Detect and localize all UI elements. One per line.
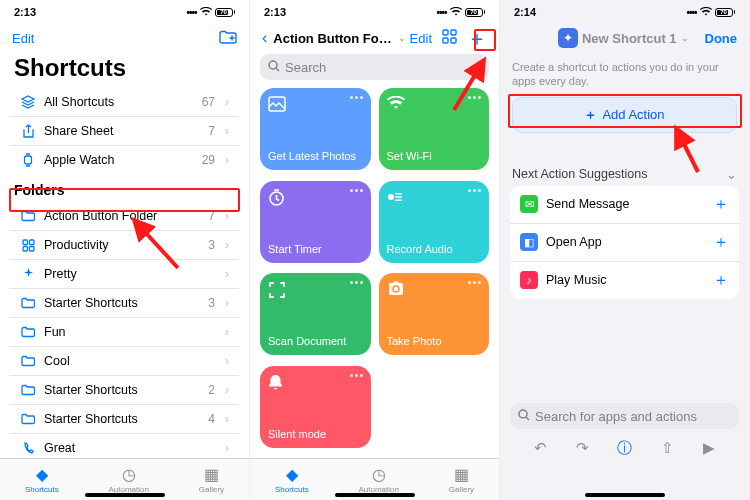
shortcuts-grid[interactable]: Get Latest PhotosSet Wi-FiStart TimerRec… [250, 86, 499, 458]
shortcut-card[interactable]: Start Timer [260, 181, 371, 263]
wifi-icon [200, 7, 212, 18]
add-suggestion-icon[interactable]: ＋ [713, 270, 729, 291]
add-suggestion-icon[interactable]: ＋ [713, 194, 729, 215]
chevron-right-icon: › [225, 412, 229, 426]
card-more-icon[interactable] [468, 189, 481, 192]
signal-dots-icon: •••• [436, 7, 446, 18]
folder-row[interactable]: Great› [10, 434, 239, 458]
scan-icon [268, 281, 286, 303]
folder-row[interactable]: Starter Shortcuts2› [10, 376, 239, 405]
shortcut-card[interactable]: Silent mode [260, 366, 371, 448]
folder-row[interactable]: Productivity3› [10, 231, 239, 260]
hint-text: Create a shortcut to actions you do in y… [500, 52, 749, 95]
card-more-icon[interactable] [468, 281, 481, 284]
back-button[interactable]: ‹ [262, 29, 267, 47]
card-name: Set Wi-Fi [387, 150, 482, 162]
add-suggestion-icon[interactable]: ＋ [713, 232, 729, 253]
row-count: 67 [202, 95, 215, 109]
suggestion-row[interactable]: ♪Play Music＋ [510, 262, 739, 299]
tab-shortcuts[interactable]: ◆Shortcuts [275, 465, 309, 494]
suggestion-label: Send Message [546, 197, 705, 211]
sparkle-icon [20, 268, 36, 281]
folder-row[interactable]: Starter Shortcuts3› [10, 289, 239, 318]
automation-tab-icon: ◷ [372, 465, 386, 484]
row-all-shortcuts[interactable]: All Shortcuts 67 › [10, 88, 239, 117]
folder-row[interactable]: Fun› [10, 318, 239, 347]
add-shortcut-button[interactable]: ＋ [467, 31, 487, 45]
search-placeholder: Search [285, 60, 326, 75]
edit-button[interactable]: Edit [410, 31, 432, 46]
collapse-icon[interactable]: ⌄ [726, 167, 737, 182]
chevron-down-icon[interactable]: ⌄ [681, 33, 689, 43]
folder-label: Action Button Folder [44, 209, 200, 223]
search-field[interactable]: Search [260, 54, 489, 80]
suggestion-row[interactable]: ✉Send Message＋ [510, 186, 739, 224]
suggestions-list: ✉Send Message＋◧Open App＋♪Play Music＋ [510, 186, 739, 299]
suggestion-row[interactable]: ◧Open App＋ [510, 224, 739, 262]
folder-count: 4 [208, 412, 215, 426]
grid-view-icon[interactable] [442, 29, 457, 47]
main-scroll[interactable]: All Shortcuts 67 › Share Sheet 7 › Apple… [0, 88, 249, 458]
folder-row[interactable]: Action Button Folder7› [10, 202, 239, 231]
info-icon[interactable]: ⓘ [617, 439, 632, 458]
done-button[interactable]: Done [705, 31, 738, 46]
svg-rect-6 [451, 30, 456, 35]
svg-rect-8 [451, 38, 456, 43]
chevron-down-icon[interactable]: ⌄ [398, 33, 406, 43]
tab-gallery[interactable]: ▦Gallery [449, 465, 474, 494]
editor-body: Create a shortcut to actions you do in y… [500, 52, 749, 397]
shortcut-card[interactable]: Set Wi-Fi [379, 88, 490, 170]
add-action-button[interactable]: ＋ Add Action [512, 97, 737, 133]
card-name: Scan Document [268, 335, 363, 347]
gallery-tab-icon: ▦ [454, 465, 469, 484]
row-label: Apple Watch [44, 153, 194, 167]
shortcut-title[interactable]: New Shortcut 1 [582, 31, 677, 46]
folder-row[interactable]: Pretty› [10, 260, 239, 289]
folder-icon [20, 326, 36, 338]
row-count: 7 [208, 124, 215, 138]
tab-gallery[interactable]: ▦Gallery [199, 465, 224, 494]
new-folder-icon[interactable] [219, 30, 237, 47]
folder-row[interactable]: Cool› [10, 347, 239, 376]
search-icon [518, 409, 530, 424]
card-more-icon[interactable] [350, 374, 363, 377]
folder-label: Starter Shortcuts [44, 383, 200, 397]
svg-rect-14 [395, 196, 402, 198]
run-icon[interactable]: ▶ [703, 439, 715, 458]
folder-count: 2 [208, 383, 215, 397]
undo-icon[interactable]: ↶ [534, 439, 547, 458]
tab-automation[interactable]: ◷Automation [358, 465, 398, 494]
shortcut-card[interactable]: Scan Document [260, 273, 371, 355]
row-share-sheet[interactable]: Share Sheet 7 › [10, 117, 239, 146]
svg-point-17 [519, 410, 527, 418]
svg-rect-1 [23, 240, 28, 245]
action-search-field[interactable]: Search for apps and actions [510, 403, 739, 429]
battery-icon: 70 [215, 8, 236, 17]
home-indicator [585, 493, 665, 497]
suggestion-label: Play Music [546, 273, 705, 287]
tab-shortcuts[interactable]: ◆Shortcuts [25, 465, 59, 494]
app-icon: ✉ [520, 195, 538, 213]
redo-icon[interactable]: ↷ [576, 439, 589, 458]
shortcut-card[interactable]: Record Audio [379, 181, 490, 263]
suggestion-label: Open App [546, 235, 705, 249]
card-more-icon[interactable] [350, 189, 363, 192]
card-more-icon[interactable] [350, 96, 363, 99]
shortcut-card[interactable]: Get Latest Photos [260, 88, 371, 170]
card-more-icon[interactable] [350, 281, 363, 284]
shortcut-card[interactable]: Take Photo [379, 273, 490, 355]
tab-automation[interactable]: ◷Automation [108, 465, 148, 494]
chevron-right-icon: › [225, 296, 229, 310]
folder-label: Productivity [44, 238, 200, 252]
battery-icon: 70 [465, 8, 486, 17]
card-more-icon[interactable] [468, 96, 481, 99]
folder-row[interactable]: Starter Shortcuts4› [10, 405, 239, 434]
chevron-right-icon: › [225, 95, 229, 109]
edit-button[interactable]: Edit [12, 31, 34, 46]
timer-icon [268, 189, 285, 210]
app-icon: ♪ [520, 271, 538, 289]
signal-dots-icon: •••• [686, 7, 696, 18]
share-icon[interactable]: ⇧ [661, 439, 674, 458]
svg-point-9 [269, 61, 277, 69]
row-apple-watch[interactable]: Apple Watch 29 › [10, 146, 239, 174]
